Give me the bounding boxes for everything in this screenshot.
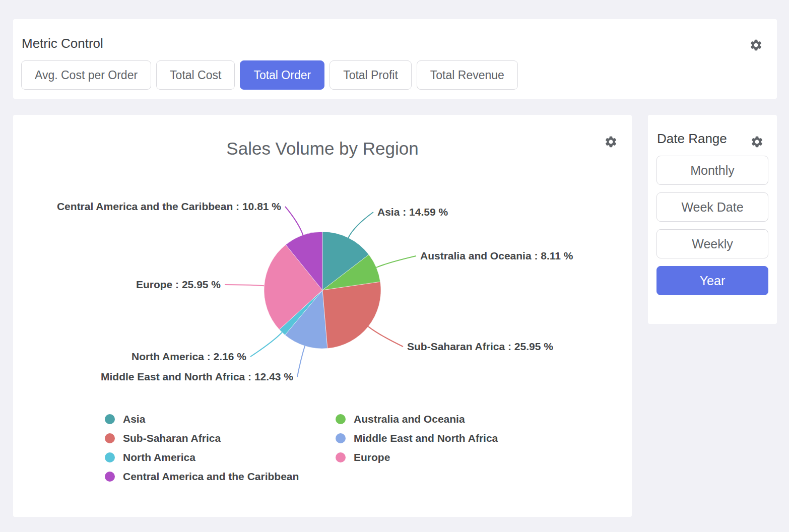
metric-control-title: Metric Control (22, 36, 103, 51)
metric-button-total-cost[interactable]: Total Cost (156, 60, 235, 90)
pie-label-asia: Asia : 14.59 % (377, 206, 448, 218)
date-range-button-week-date[interactable]: Week Date (656, 192, 768, 222)
legend-label-asia: Asia (123, 413, 145, 425)
pie-label-europe: Europe : 25.95 % (136, 279, 221, 291)
pie-label-middle-east-and-north-africa: Middle East and North Africa : 12.43 % (101, 371, 293, 383)
legend-item-sub-saharan-africa[interactable]: Sub-Saharan Africa (105, 432, 221, 444)
leader-line-central-america-and-the-caribbean (285, 207, 303, 235)
legend-item-australia-and-oceania[interactable]: Australia and Oceania (336, 413, 465, 425)
metric-button-total-order[interactable]: Total Order (240, 60, 324, 90)
legend-item-europe[interactable]: Europe (336, 451, 390, 463)
date-range-title: Date Range (657, 131, 727, 147)
leader-line-australia-and-oceania (376, 256, 416, 268)
legend-item-asia[interactable]: Asia (105, 413, 145, 425)
pie-label-central-america-and-the-caribbean: Central America and the Caribbean : 10.8… (57, 201, 281, 213)
legend-item-middle-east-and-north-africa[interactable]: Middle East and North Africa (336, 432, 498, 444)
pie-label-north-america: North America : 2.16 % (132, 351, 246, 363)
legend-item-north-america[interactable]: North America (105, 451, 195, 463)
pie-label-sub-saharan-africa: Sub-Saharan Africa : 25.95 % (407, 341, 553, 353)
legend-dot-north-america (105, 452, 115, 462)
legend-dot-asia (105, 414, 115, 424)
legend-label-europe: Europe (354, 451, 390, 463)
legend-dot-australia-and-oceania (336, 414, 346, 424)
date-range-button-year[interactable]: Year (656, 266, 768, 295)
date-range-button-group: MonthlyWeek DateWeeklyYear (656, 156, 768, 295)
metric-button-total-revenue[interactable]: Total Revenue (417, 60, 518, 90)
leader-line-middle-east-and-north-africa (297, 346, 305, 377)
pie-slice-sub-saharan-africa[interactable] (322, 282, 381, 348)
sales-volume-chart-card: Sales Volume by Region Asia : 14.59 %Aus… (13, 115, 632, 517)
settings-gear-icon[interactable] (750, 135, 764, 149)
legend-item-central-america-and-the-caribbean[interactable]: Central America and the Caribbean (105, 471, 299, 483)
leader-line-europe (225, 285, 264, 286)
legend-dot-central-america-and-the-caribbean (105, 472, 115, 482)
legend-label-north-america: North America (123, 451, 195, 463)
pie-label-australia-and-oceania: Australia and Oceania : 8.11 % (420, 250, 573, 262)
legend-dot-europe (336, 452, 346, 462)
date-range-card: Date Range MonthlyWeek DateWeeklyYear (648, 115, 777, 324)
leader-line-asia (348, 212, 373, 238)
legend-label-central-america-and-the-caribbean: Central America and the Caribbean (123, 471, 299, 483)
date-range-button-monthly[interactable]: Monthly (656, 156, 768, 185)
metric-button-avg-cost-per-order[interactable]: Avg. Cost per Order (21, 60, 151, 90)
settings-gear-icon[interactable] (749, 38, 763, 52)
legend-dot-middle-east-and-north-africa (336, 433, 346, 443)
metric-control-card: Metric Control Avg. Cost per OrderTotal … (13, 19, 777, 99)
leader-line-north-america (250, 332, 282, 357)
legend-dot-sub-saharan-africa (105, 433, 115, 443)
date-range-button-weekly[interactable]: Weekly (656, 229, 768, 258)
metric-button-total-profit[interactable]: Total Profit (330, 60, 412, 90)
leader-line-sub-saharan-africa (368, 326, 403, 347)
legend-label-australia-and-oceania: Australia and Oceania (354, 413, 465, 425)
metric-button-group: Avg. Cost per OrderTotal CostTotal Order… (21, 60, 518, 90)
legend-label-sub-saharan-africa: Sub-Saharan Africa (123, 432, 221, 444)
legend-label-middle-east-and-north-africa: Middle East and North Africa (354, 432, 498, 444)
